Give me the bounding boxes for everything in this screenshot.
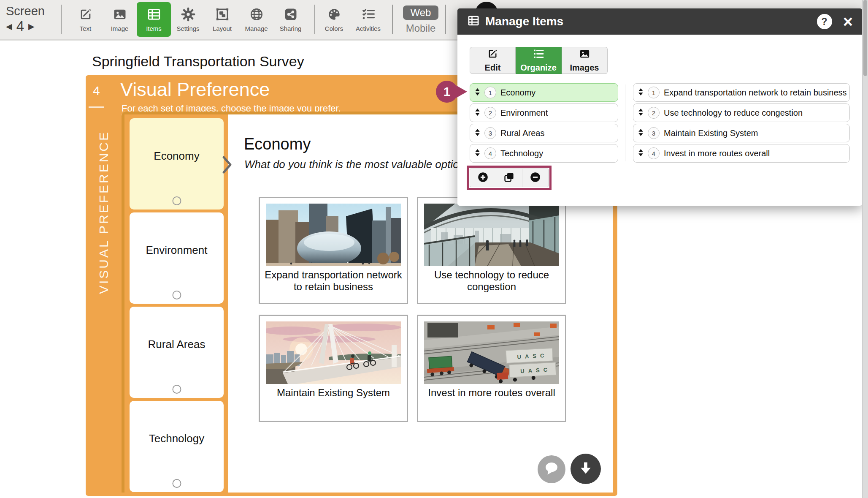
colors-button[interactable]: Colors — [317, 2, 351, 37]
row-number-badge: 4 — [648, 147, 660, 159]
question-side-label: VISUAL PREFERENCE — [91, 119, 117, 305]
radio-circle[interactable] — [172, 196, 181, 205]
chevron-right-icon — [222, 155, 233, 176]
plus-circle-icon — [477, 171, 489, 185]
radio-circle[interactable] — [172, 479, 181, 488]
checklist-icon — [361, 7, 376, 23]
manage-items-dialog: Manage Items ? × Edit Organize Images — [457, 8, 862, 206]
manage-button[interactable]: Manage — [239, 2, 273, 37]
globe-icon — [249, 7, 264, 23]
next-screen-icon[interactable]: ▶ — [28, 22, 35, 31]
question-title: Visual Preference — [120, 79, 270, 101]
drag-sort-icon[interactable] — [638, 108, 644, 118]
radio-circle[interactable] — [172, 291, 181, 299]
drag-sort-icon[interactable] — [474, 149, 481, 158]
next-question-button[interactable] — [571, 454, 601, 484]
photo-container-port: UASC UASC — [424, 321, 559, 384]
photo-city-skyline — [266, 204, 401, 266]
photo-bridge-cyclists — [266, 321, 401, 384]
option-list: 1 Expand transportation network to retai… — [633, 83, 850, 164]
option-card-maintain[interactable]: Maintain Existing System — [259, 315, 408, 422]
drag-sort-icon[interactable] — [638, 149, 644, 158]
scrollbar[interactable] — [862, 0, 868, 498]
edit-pencil-icon — [487, 48, 498, 61]
row-number-badge: 1 — [484, 87, 496, 98]
drag-sort-icon[interactable] — [638, 88, 644, 98]
screen-label: Screen — [6, 5, 60, 17]
drag-sort-icon[interactable] — [474, 108, 481, 118]
option-card-expand-network[interactable]: Expand transportation network to retain … — [259, 197, 408, 304]
image-icon — [113, 7, 127, 23]
row-number-badge: 3 — [484, 127, 496, 139]
category-tab-economy[interactable]: Economy — [130, 118, 224, 210]
text-button[interactable]: Text — [68, 2, 103, 37]
photo-station-walkway — [424, 204, 559, 266]
category-row-rural-areas[interactable]: 3 Rural Areas — [470, 124, 618, 142]
category-row-economy[interactable]: 1 Economy — [470, 83, 618, 102]
question-number: 4 — [93, 84, 100, 98]
row-number-badge: 2 — [484, 107, 496, 119]
toolbar-divider — [314, 5, 315, 34]
prev-screen-icon[interactable]: ◀ — [6, 22, 12, 31]
drag-sort-icon[interactable] — [474, 88, 481, 98]
copy-item-button[interactable] — [496, 169, 522, 187]
items-button[interactable]: Items — [137, 2, 171, 37]
category-row-technology[interactable]: 4 Technology — [470, 144, 618, 163]
radio-circle[interactable] — [172, 385, 181, 394]
layout-button[interactable]: Layout — [205, 2, 239, 37]
option-caption: Invest in more routes overall — [418, 387, 565, 399]
drag-sort-icon[interactable] — [474, 128, 481, 138]
dialog-title: Manage Items — [485, 15, 563, 28]
settings-button[interactable]: Settings — [171, 2, 205, 37]
down-arrow-icon — [577, 459, 595, 479]
image-button[interactable]: Image — [103, 2, 137, 37]
scrollbar-thumb[interactable] — [863, 0, 867, 76]
layout-icon — [215, 7, 230, 23]
activities-button[interactable]: Activities — [351, 2, 385, 37]
share-icon — [284, 7, 298, 23]
dialog-header[interactable]: Manage Items ? × — [457, 8, 862, 35]
row-number-badge: 3 — [648, 127, 660, 139]
option-row-maintain-system[interactable]: 3 Maintain Existing System — [633, 124, 850, 142]
tab-images[interactable]: Images — [562, 47, 608, 74]
speech-bubble-icon — [543, 460, 560, 479]
category-tab-rural-areas[interactable]: Rural Areas — [130, 307, 224, 398]
dialog-tabs: Edit Organize Images — [470, 47, 608, 74]
category-tab-technology[interactable]: Technology — [130, 401, 224, 492]
minus-circle-icon — [530, 171, 541, 185]
annotation-callout-1: 1 — [436, 81, 458, 103]
prompt-heading: Economy — [244, 135, 311, 153]
row-number-badge: 1 — [648, 87, 660, 98]
toolbar-divider — [445, 5, 446, 34]
option-row-use-technology[interactable]: 2 Use technology to reduce congestion — [633, 103, 850, 122]
tab-edit[interactable]: Edit — [470, 47, 516, 74]
category-list: 1 Economy 2 Environment 3 Rural Areas 4 … — [470, 83, 618, 164]
drag-sort-icon[interactable] — [638, 128, 644, 138]
close-icon[interactable]: × — [843, 13, 853, 30]
survey-title: Springfield Transportation Survey — [92, 53, 304, 70]
list-divider — [625, 84, 625, 161]
tab-organize[interactable]: Organize — [516, 47, 562, 74]
category-tab-environment[interactable]: Environment — [130, 212, 224, 304]
option-card-technology[interactable]: Use technology to reduce congestion — [417, 197, 566, 304]
option-row-invest-routes[interactable]: 4 Invest in more routes overall — [633, 144, 850, 163]
screen-number: 4 — [16, 18, 24, 34]
help-button[interactable]: ? — [817, 14, 832, 29]
mobile-toggle-button[interactable]: Mobile — [400, 22, 442, 34]
toolbar-divider — [392, 5, 393, 34]
option-card-invest-routes[interactable]: UASC UASC Invest in more routes overall — [417, 315, 566, 422]
web-toggle-button[interactable]: Web — [403, 5, 439, 20]
option-row-expand-network[interactable]: 1 Expand transportation network to retai… — [633, 83, 850, 102]
gear-icon — [181, 7, 195, 23]
screen-nav: Screen ◀ 4 ▶ — [0, 5, 60, 34]
option-caption: Use technology to reduce congestion — [418, 269, 565, 293]
category-row-environment[interactable]: 2 Environment — [470, 103, 618, 122]
sharing-button[interactable]: Sharing — [273, 2, 308, 37]
option-caption: Maintain Existing System — [260, 387, 407, 399]
add-item-button[interactable] — [470, 169, 496, 187]
row-number-badge: 4 — [484, 147, 496, 159]
device-toggle: Web Mobile — [400, 5, 442, 34]
remove-item-button[interactable] — [522, 169, 548, 187]
comment-button[interactable] — [538, 455, 565, 483]
palette-icon — [327, 7, 341, 23]
